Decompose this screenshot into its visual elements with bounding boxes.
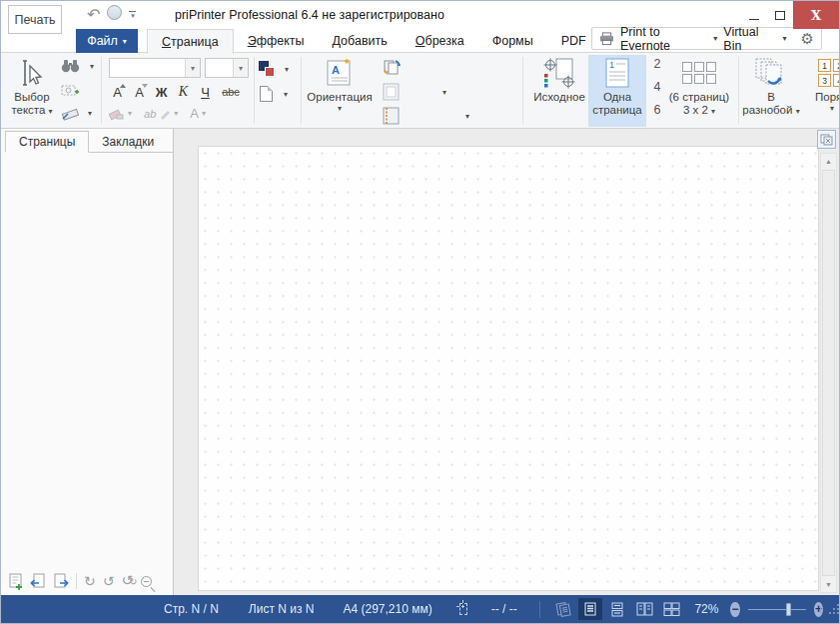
blank-page-button[interactable]: ▾ xyxy=(260,86,288,102)
tab-bookmarks-panel[interactable]: Закладки xyxy=(89,131,167,153)
eraser-icon[interactable] xyxy=(109,107,125,121)
move-page-left-icon[interactable] xyxy=(30,573,46,589)
chevron-down-icon: ▾ xyxy=(830,104,834,113)
move-page-right-icon[interactable] xyxy=(53,573,69,589)
tab-pages-panel[interactable]: Страницы xyxy=(5,131,89,153)
page-counter: Стр. N / N xyxy=(164,602,219,616)
main-area: Страницы Закладки ↻ ↺ xyxy=(1,129,839,595)
bold-button[interactable]: Ж xyxy=(151,82,172,102)
tab-page[interactable]: Страница xyxy=(147,29,234,54)
page-order-icon: 1 2 3 4 xyxy=(818,59,839,87)
rotate-ccw-icon[interactable]: ↺ xyxy=(103,574,115,588)
camera-plus-icon xyxy=(61,83,79,97)
shuffle-button[interactable]: В разнобой ▾ xyxy=(742,55,800,127)
zoom-out-button[interactable]: − xyxy=(730,602,739,617)
maximize-button[interactable] xyxy=(767,1,793,29)
rotate-cw-icon[interactable]: ↻ xyxy=(84,574,96,588)
shrink-font-button[interactable]: А xyxy=(129,82,150,102)
svg-text:1: 1 xyxy=(609,60,614,70)
view-facing-pages-button[interactable] xyxy=(632,598,656,620)
continuous-pages-icon xyxy=(611,602,623,617)
stacked-pages-icon xyxy=(555,602,571,617)
zoom-slider[interactable] xyxy=(748,603,806,616)
page-order-button[interactable]: 1 2 3 4 Поряд ▾ xyxy=(804,55,839,127)
float-panel-button[interactable] xyxy=(817,130,836,149)
gear-icon[interactable]: ⚙ xyxy=(801,30,814,48)
six-pages-layout-button[interactable]: (6 страниц) 3 x 2 ▾ xyxy=(664,55,734,127)
toolbar-divider xyxy=(76,573,77,589)
italic-button[interactable]: K xyxy=(173,82,194,102)
snapshot-button[interactable] xyxy=(61,83,79,97)
rotate-all-icon[interactable]: ↺↻ xyxy=(121,573,133,589)
quick-access-circle-icon[interactable] xyxy=(107,5,122,24)
chevron-down-icon[interactable]: ▾ xyxy=(233,59,248,77)
one-page-button[interactable]: 1 Одна страница xyxy=(588,55,646,127)
margins-button[interactable]: ▾ xyxy=(383,83,446,101)
tab-effects[interactable]: Эффекты xyxy=(234,29,319,53)
minimize-icon xyxy=(749,19,759,20)
coordinates-readout: -- / -- xyxy=(491,602,517,616)
page-color-button[interactable]: ▾ xyxy=(259,61,289,77)
printer-selector[interactable]: Print to Evernote xyxy=(620,25,707,53)
font-size-combobox[interactable]: ▾ xyxy=(205,58,249,78)
tab-crop[interactable]: Обрезка xyxy=(402,29,478,53)
grow-font-button[interactable]: А xyxy=(107,82,128,102)
undo-icon[interactable]: ↶ xyxy=(87,7,100,23)
file-menu-button[interactable]: Файл ▾ xyxy=(76,29,138,53)
original-layout-button[interactable]: Исходное xyxy=(532,55,586,127)
four-pages-button[interactable]: 4 xyxy=(650,80,664,94)
vertical-scrollbar[interactable]: ▲ ▼ xyxy=(820,153,837,593)
underline-button[interactable]: Ч xyxy=(195,82,216,102)
preview-area: ▲ ▼ xyxy=(175,129,839,595)
view-overview-button[interactable] xyxy=(551,598,575,620)
add-page-icon[interactable] xyxy=(8,573,23,590)
tab-add[interactable]: Добавить xyxy=(319,29,402,53)
font-color-button[interactable]: A xyxy=(190,106,199,121)
chevron-down-icon: ▾ xyxy=(338,104,342,113)
chevron-down-icon[interactable]: ▾ xyxy=(128,109,132,118)
strikethrough-button[interactable]: abc xyxy=(217,82,245,102)
chevron-down-icon[interactable]: ▾ xyxy=(185,59,200,77)
select-text-button[interactable]: Выбор текста ▾ xyxy=(5,55,59,127)
highlight-button[interactable]: ab xyxy=(144,108,156,120)
blank-page-icon xyxy=(260,86,273,102)
binding-button[interactable]: ▾ xyxy=(383,107,469,125)
find-button[interactable]: ▾ xyxy=(61,59,94,73)
font-name-combobox[interactable]: ▾ xyxy=(109,58,201,78)
left-panel-toolbar: ↻ ↺ ↺↻ xyxy=(1,567,173,595)
resize-grip[interactable] xyxy=(833,604,839,614)
scrollbar-thumb[interactable] xyxy=(822,170,835,576)
chevron-down-icon: ▾ xyxy=(49,107,53,116)
zoom-out-page-icon[interactable] xyxy=(141,576,152,587)
close-button[interactable]: X xyxy=(793,1,839,29)
print-preview-button[interactable]: Печать xyxy=(8,5,62,34)
zoom-slider-thumb[interactable] xyxy=(786,603,791,616)
chevron-down-icon: ▾ xyxy=(90,62,94,71)
view-single-page-button[interactable] xyxy=(578,598,602,620)
maximize-icon xyxy=(775,11,785,20)
chevron-down-icon[interactable]: ▾ xyxy=(202,109,206,118)
six-pages-button[interactable]: 6 xyxy=(650,103,664,117)
customize-qat-icon[interactable]: ▾ xyxy=(129,11,136,18)
scroll-up-icon[interactable]: ▲ xyxy=(821,154,836,169)
reflow-pages-button[interactable] xyxy=(383,59,402,76)
scroll-down-icon[interactable]: ▼ xyxy=(821,577,836,592)
minimize-button[interactable] xyxy=(741,1,767,29)
orientation-icon: A * xyxy=(324,55,356,91)
margins-icon xyxy=(383,83,400,101)
view-continuous-button[interactable] xyxy=(605,598,629,620)
pen-icon xyxy=(159,108,171,120)
measure-button[interactable]: ▾ xyxy=(61,106,92,121)
orientation-button[interactable]: A * Ориентация ▾ xyxy=(305,55,375,127)
registration-marks-icon xyxy=(542,55,576,91)
printer-dropdown-icon[interactable]: ▾ xyxy=(713,34,717,43)
chevron-down-icon[interactable]: ▾ xyxy=(174,109,178,118)
tab-forms[interactable]: Формы xyxy=(478,29,547,53)
printer-icon xyxy=(599,32,614,46)
view-thumbnails-button[interactable] xyxy=(659,598,683,620)
bin-dropdown-icon[interactable]: ▾ xyxy=(783,34,787,43)
zoom-slider-track xyxy=(748,609,806,610)
zoom-in-button[interactable]: + xyxy=(814,602,823,617)
two-pages-button[interactable]: 2 xyxy=(650,57,664,71)
document-page[interactable] xyxy=(198,146,819,591)
